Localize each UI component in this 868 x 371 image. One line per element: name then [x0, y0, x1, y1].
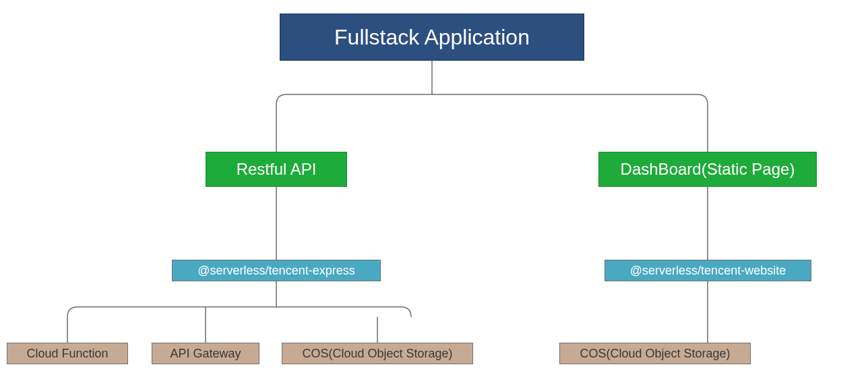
- branch-dashboard-label: DashBoard(Static Page): [621, 160, 795, 179]
- leaf-cos-api-label: COS(Cloud Object Storage): [302, 347, 452, 361]
- package-express-label: @serverless/tencent-express: [197, 264, 354, 278]
- root-node: Fullstack Application: [280, 13, 584, 61]
- leaf-cloud-function-label: Cloud Function: [26, 347, 108, 361]
- root-label: Fullstack Application: [334, 25, 530, 50]
- branch-dashboard: DashBoard(Static Page): [598, 152, 817, 187]
- leaf-cos-dash: COS(Cloud Object Storage): [559, 343, 751, 364]
- branch-api-label: Restful API: [237, 160, 317, 179]
- leaf-api-gateway: API Gateway: [152, 343, 259, 364]
- branch-api: Restful API: [206, 152, 347, 187]
- package-website-label: @serverless/tencent-website: [630, 264, 786, 278]
- package-express: @serverless/tencent-express: [172, 260, 381, 281]
- leaf-cloud-function: Cloud Function: [7, 343, 128, 364]
- leaf-cos-dash-label: COS(Cloud Object Storage): [580, 347, 730, 361]
- package-website: @serverless/tencent-website: [604, 260, 811, 281]
- leaf-api-gateway-label: API Gateway: [170, 347, 241, 361]
- leaf-cos-api: COS(Cloud Object Storage): [282, 343, 473, 364]
